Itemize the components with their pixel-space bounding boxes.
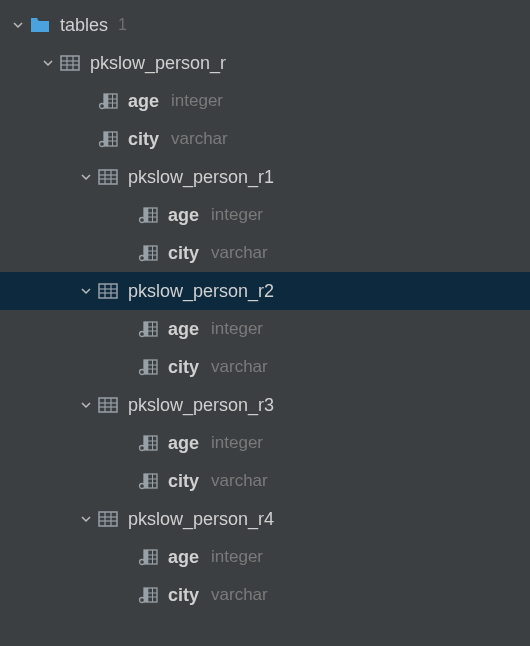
column-icon bbox=[136, 320, 160, 338]
table-label: pkslow_person_r2 bbox=[128, 281, 274, 302]
chevron-down-icon[interactable] bbox=[76, 285, 96, 297]
svg-point-67 bbox=[140, 484, 145, 489]
svg-point-44 bbox=[140, 332, 145, 337]
table-icon bbox=[58, 54, 82, 72]
svg-point-33 bbox=[140, 256, 145, 261]
chevron-down-icon[interactable] bbox=[76, 399, 96, 411]
tree-row-column[interactable]: city varchar bbox=[0, 234, 530, 272]
svg-rect-0 bbox=[61, 56, 79, 70]
tree-row-column[interactable]: age integer bbox=[0, 538, 530, 576]
folder-label: tables bbox=[60, 15, 108, 36]
svg-point-27 bbox=[140, 218, 145, 223]
column-icon bbox=[136, 434, 160, 452]
table-label: pkslow_person_r3 bbox=[128, 395, 274, 416]
tree-row-column[interactable]: age integer bbox=[0, 424, 530, 462]
chevron-down-icon[interactable] bbox=[76, 171, 96, 183]
svg-point-10 bbox=[100, 104, 105, 109]
table-icon bbox=[96, 168, 120, 186]
column-name: city bbox=[168, 243, 199, 264]
database-tree: tables 1 pkslow_person_r bbox=[0, 0, 530, 614]
column-name: age bbox=[168, 205, 199, 226]
column-type: integer bbox=[211, 319, 263, 339]
column-name: city bbox=[128, 129, 159, 150]
column-name: city bbox=[168, 357, 199, 378]
tree-row-column[interactable]: city varchar bbox=[0, 120, 530, 158]
column-type: varchar bbox=[211, 471, 268, 491]
folder-icon bbox=[28, 16, 52, 34]
svg-rect-68 bbox=[99, 512, 117, 526]
column-icon bbox=[96, 130, 120, 148]
tree-row-table[interactable]: pkslow_person_r bbox=[0, 44, 530, 82]
svg-rect-51 bbox=[99, 398, 117, 412]
column-type: integer bbox=[211, 205, 263, 225]
column-name: city bbox=[168, 585, 199, 606]
column-type: varchar bbox=[171, 129, 228, 149]
chevron-down-icon[interactable] bbox=[38, 57, 58, 69]
column-type: varchar bbox=[211, 585, 268, 605]
column-icon bbox=[136, 586, 160, 604]
column-name: age bbox=[168, 433, 199, 454]
column-name: age bbox=[168, 547, 199, 568]
column-icon bbox=[136, 548, 160, 566]
column-name: city bbox=[168, 471, 199, 492]
table-label: pkslow_person_r4 bbox=[128, 509, 274, 530]
column-name: age bbox=[168, 319, 199, 340]
tree-row-table[interactable]: pkslow_person_r4 bbox=[0, 500, 530, 538]
svg-point-84 bbox=[140, 598, 145, 603]
table-icon bbox=[96, 510, 120, 528]
column-type: integer bbox=[171, 91, 223, 111]
tree-row-column[interactable]: city varchar bbox=[0, 576, 530, 614]
column-type: integer bbox=[211, 547, 263, 567]
svg-rect-17 bbox=[99, 170, 117, 184]
tree-row-table[interactable]: pkslow_person_r3 bbox=[0, 386, 530, 424]
tree-row-column[interactable]: city varchar bbox=[0, 348, 530, 386]
folder-count: 1 bbox=[118, 16, 127, 34]
column-icon bbox=[96, 92, 120, 110]
column-type: integer bbox=[211, 433, 263, 453]
tree-row-table[interactable]: pkslow_person_r1 bbox=[0, 158, 530, 196]
tree-row-folder[interactable]: tables 1 bbox=[0, 6, 530, 44]
tree-row-column[interactable]: age integer bbox=[0, 196, 530, 234]
svg-point-78 bbox=[140, 560, 145, 565]
table-icon bbox=[96, 282, 120, 300]
tree-row-table[interactable]: pkslow_person_r2 bbox=[0, 272, 530, 310]
column-icon bbox=[136, 244, 160, 262]
column-icon bbox=[136, 206, 160, 224]
chevron-down-icon[interactable] bbox=[8, 19, 28, 31]
table-icon bbox=[96, 396, 120, 414]
svg-point-16 bbox=[100, 142, 105, 147]
svg-point-61 bbox=[140, 446, 145, 451]
tree-row-column[interactable]: age integer bbox=[0, 82, 530, 120]
svg-point-50 bbox=[140, 370, 145, 375]
column-type: varchar bbox=[211, 243, 268, 263]
table-label: pkslow_person_r1 bbox=[128, 167, 274, 188]
tree-row-column[interactable]: age integer bbox=[0, 310, 530, 348]
column-name: age bbox=[128, 91, 159, 112]
column-icon bbox=[136, 358, 160, 376]
table-label: pkslow_person_r bbox=[90, 53, 226, 74]
column-type: varchar bbox=[211, 357, 268, 377]
svg-rect-34 bbox=[99, 284, 117, 298]
column-icon bbox=[136, 472, 160, 490]
chevron-down-icon[interactable] bbox=[76, 513, 96, 525]
tree-row-column[interactable]: city varchar bbox=[0, 462, 530, 500]
